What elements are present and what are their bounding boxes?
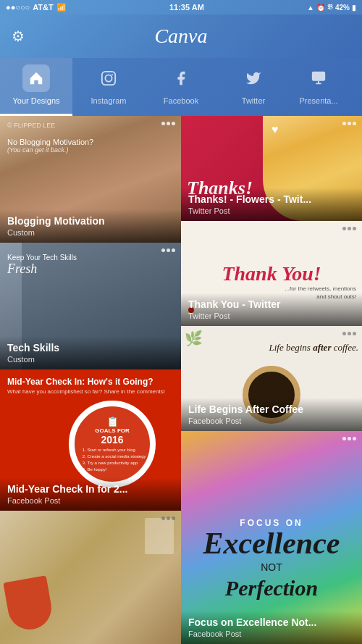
card-thanks-overlay: Thanks! - Flowers - Twit... Twitter Post bbox=[181, 188, 362, 221]
card-excellence-subtitle: Facebook Post bbox=[188, 630, 355, 638]
signal-dots: ●●○○○ bbox=[6, 3, 30, 12]
goal-1: Start or refresh your blog bbox=[87, 447, 146, 453]
tab-instagram[interactable]: Instagram bbox=[72, 58, 145, 116]
coffee-quote-text: Life begins after coffee. bbox=[269, 342, 359, 353]
wifi-icon: 📶 bbox=[56, 3, 67, 12]
tab-facebook[interactable]: Facebook bbox=[145, 58, 217, 116]
nav-tabs: Your Designs Instagram Facebook Twitter bbox=[0, 58, 362, 116]
card-options bbox=[342, 227, 356, 230]
svg-point-1 bbox=[105, 75, 111, 81]
card-options bbox=[161, 517, 175, 520]
card-midyear-subtitle: Facebook Post bbox=[7, 496, 174, 505]
left-column: © FLIPPED LEE No Blogging Motivation? (Y… bbox=[0, 116, 181, 644]
thankyou-content: Thank You! bbox=[222, 262, 321, 285]
card-coffee-title: Life Begins After Coffee bbox=[188, 403, 355, 416]
twitter-icon bbox=[240, 64, 267, 92]
card-tech-overlay: Tech Skills Custom bbox=[0, 336, 181, 369]
tab-facebook-label: Facebook bbox=[164, 96, 198, 105]
card-thanks-subtitle: Twitter Post bbox=[188, 206, 355, 215]
blogging-quote-line1: No Blogging Motivation? bbox=[7, 138, 174, 146]
app-header: ⚙ Canva bbox=[0, 14, 362, 58]
tab-your-designs[interactable]: Your Designs bbox=[0, 58, 72, 116]
tech-fresh-label: Fresh bbox=[7, 262, 77, 277]
tab-twitter[interactable]: Twitter bbox=[217, 58, 290, 116]
excellence-not: NOT bbox=[261, 561, 282, 573]
card-blogging-overlay: Blogging Motivation Custom bbox=[0, 209, 181, 243]
design-grid: © FLIPPED LEE No Blogging Motivation? (Y… bbox=[0, 116, 362, 644]
card-coffee-subtitle: Facebook Post bbox=[188, 417, 355, 425]
card-coffee-overlay: Life Begins After Coffee Facebook Post bbox=[181, 398, 362, 431]
card-blogging-subtitle: Custom bbox=[7, 228, 174, 237]
midyear-year: 2016 bbox=[101, 434, 123, 446]
bluetooth-icon: 𝔅 bbox=[327, 3, 333, 12]
card-thankyou-subtitle: Twitter Post bbox=[188, 311, 355, 320]
heart-icon: ♥ bbox=[272, 123, 279, 136]
card-options bbox=[161, 122, 175, 125]
battery-label: 42% bbox=[335, 4, 350, 12]
alarm-icon: ⏰ bbox=[316, 4, 325, 12]
midyear-subheader: What have you accomplished so far? Share… bbox=[7, 388, 165, 395]
card-thankyou[interactable]: Thank You! ...for the retweets, mentions… bbox=[181, 221, 362, 326]
card-thankyou-overlay: Thank You - Twitter Twitter Post bbox=[181, 293, 362, 326]
tab-your-designs-label: Your Designs bbox=[12, 96, 59, 105]
tab-twitter-label: Twitter bbox=[242, 96, 265, 105]
tab-presentation-label: Presenta... bbox=[299, 96, 337, 105]
card-blogging-title: Blogging Motivation bbox=[7, 215, 174, 227]
carrier-label: AT&T bbox=[33, 3, 54, 12]
midyear-goals-label: GOALS FOR bbox=[95, 427, 130, 435]
watermark: © FLIPPED LEE bbox=[7, 122, 55, 129]
home-icon bbox=[22, 64, 50, 92]
card-tech-title: Tech Skills bbox=[7, 342, 174, 354]
card-midyear-overlay: Mid-Year Check In for 2... Facebook Post bbox=[0, 477, 181, 511]
midyear-header: Mid-Year Check In: How's it Going? bbox=[7, 377, 153, 387]
desk-bg bbox=[0, 511, 181, 644]
app-title: Canva bbox=[154, 25, 207, 48]
card-midyear[interactable]: Mid-Year Check In: How's it Going? What … bbox=[0, 369, 181, 511]
card-tech-skills[interactable]: Keep Your Tech Skills Fresh Tech Skills … bbox=[0, 243, 181, 369]
card-desk[interactable] bbox=[0, 511, 181, 644]
card-options bbox=[161, 248, 175, 252]
card-excellence-overlay: Focus on Excellence Not... Facebook Post bbox=[181, 611, 362, 644]
card-options bbox=[342, 332, 356, 335]
location-icon: ▲ bbox=[307, 4, 314, 12]
card-excellence[interactable]: FOCUS ON Excellence NOT Perfection Focus… bbox=[181, 431, 362, 644]
svg-point-2 bbox=[111, 74, 113, 75]
card-coffee[interactable]: 🌿 Life begins after coffee. Life Begins … bbox=[181, 326, 362, 431]
card-thanks-flowers[interactable]: ♥ Thanks! Thanks! - Flowers - Twit... Tw… bbox=[181, 116, 362, 221]
card-blogging-motivation[interactable]: © FLIPPED LEE No Blogging Motivation? (Y… bbox=[0, 116, 181, 243]
status-bar: ●●○○○ AT&T 📶 11:35 AM ▲ ⏰ 𝔅 42% ▮ bbox=[0, 0, 362, 14]
goal-2: Create a social media strategy bbox=[87, 453, 146, 460]
card-excellence-title: Focus on Excellence Not... bbox=[188, 616, 355, 629]
instagram-icon bbox=[95, 64, 122, 92]
excellence-word: Excellence bbox=[203, 528, 340, 559]
card-thanks-title: Thanks! - Flowers - Twit... bbox=[188, 193, 355, 206]
excellence-perfection: Perfection bbox=[225, 576, 318, 601]
status-right: ▲ ⏰ 𝔅 42% ▮ bbox=[307, 3, 356, 12]
midyear-circle: 📋 GOALS FOR 2016 Start or refresh your b… bbox=[69, 401, 156, 488]
desk-paper bbox=[145, 518, 174, 554]
status-time: 11:35 AM bbox=[169, 3, 204, 12]
goal-4: Be happy! bbox=[87, 467, 146, 473]
coffee-quote: Life begins after coffee. bbox=[185, 340, 358, 354]
excellence-content: FOCUS ON Excellence NOT Perfection bbox=[203, 489, 340, 601]
card-options bbox=[342, 437, 356, 440]
midyear-goals-list: Start or refresh your blog Create a soci… bbox=[78, 447, 146, 473]
card-midyear-title: Mid-Year Check In for 2... bbox=[7, 483, 174, 495]
facebook-icon bbox=[167, 64, 195, 92]
tech-text: Keep Your Tech Skills Fresh bbox=[7, 254, 77, 277]
midyear-clipboard-icon: 📋 bbox=[106, 416, 119, 427]
tab-instagram-label: Instagram bbox=[91, 96, 127, 105]
tab-presentation[interactable]: Presenta... bbox=[290, 58, 348, 116]
card-thankyou-title: Thank You - Twitter bbox=[188, 298, 355, 311]
thankyou-big-text: Thank You! bbox=[222, 262, 321, 285]
battery-icon: ▮ bbox=[352, 4, 356, 12]
svg-rect-0 bbox=[102, 71, 115, 84]
right-column: ♥ Thanks! Thanks! - Flowers - Twit... Tw… bbox=[181, 116, 362, 644]
goal-3: Try a new productivity app bbox=[87, 460, 146, 467]
status-left: ●●○○○ AT&T 📶 bbox=[6, 3, 67, 12]
blogging-quote-line2: (You can get it back.) bbox=[7, 146, 174, 154]
gear-icon[interactable]: ⚙ bbox=[12, 28, 25, 45]
card-tech-subtitle: Custom bbox=[7, 355, 174, 364]
svg-rect-3 bbox=[312, 71, 325, 80]
tech-keep-label: Keep Your Tech Skills bbox=[7, 254, 77, 262]
